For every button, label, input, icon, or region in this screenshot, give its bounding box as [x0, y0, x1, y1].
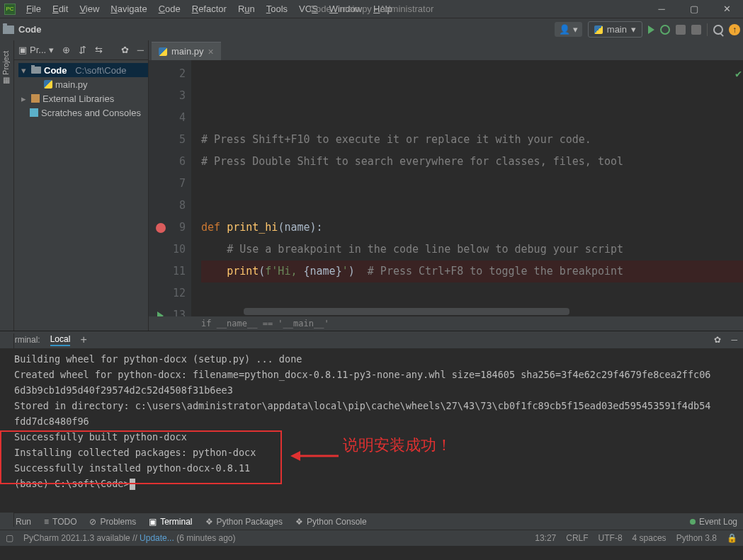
folder-icon: [3, 25, 14, 34]
run-button[interactable]: [648, 25, 654, 34]
settings-icon[interactable]: ✿: [121, 45, 129, 55]
project-view-selector[interactable]: ▣ Pr...▾: [18, 45, 54, 55]
collapse-icon[interactable]: ⇆: [95, 45, 103, 55]
menu-view[interactable]: View: [74, 2, 104, 16]
status-message: PyCharm 2021.1.3 available // Update... …: [23, 533, 236, 543]
user-button[interactable]: 👤▾: [555, 22, 582, 37]
coverage-button[interactable]: [676, 25, 686, 35]
terminal-settings-icon[interactable]: ✿: [714, 335, 721, 345]
debug-button[interactable]: [660, 25, 670, 35]
app-icon: PC: [4, 4, 16, 15]
code-breadcrumb[interactable]: if __name__ == '__main__': [149, 316, 743, 331]
run-config-label: main: [607, 24, 627, 35]
menu-tools[interactable]: Tools: [261, 2, 293, 16]
editor-gutter[interactable]: 234567891011121314: [149, 60, 191, 316]
python-icon: [159, 47, 167, 56]
menu-edit[interactable]: Edit: [47, 2, 73, 16]
window-title: Code - main.py - Administrator: [310, 4, 434, 14]
svg-marker-1: [290, 451, 300, 461]
status-time[interactable]: 13:27: [535, 533, 556, 543]
new-terminal-button[interactable]: +: [80, 333, 86, 346]
project-toolbar: ▣ Pr...▾ ⊕ ⇵ ⇆ ✿ ─: [14, 40, 148, 60]
project-pane: ▣ Pr...▾ ⊕ ⇵ ⇆ ✿ ─ ▾ Code C:\soft\Code m…: [14, 40, 149, 331]
tree-root[interactable]: ▾ Code C:\soft\Code: [18, 63, 148, 77]
tool-python-packages[interactable]: ❖ Python Packages: [205, 517, 283, 527]
annotation-arrow: [290, 446, 340, 467]
tree-file-main[interactable]: main.py: [18, 77, 148, 91]
menu-file[interactable]: File: [21, 2, 46, 16]
run-config-selector[interactable]: main ▾: [588, 21, 642, 38]
menu-navigate[interactable]: Navigate: [106, 2, 152, 16]
python-icon: [594, 25, 603, 34]
close-tab-icon[interactable]: ×: [208, 46, 214, 57]
expand-icon[interactable]: ⇵: [79, 45, 86, 55]
terminal-body[interactable]: 说明安装成功！ Building wheel for python-docx (…: [0, 348, 743, 513]
status-bar: ▢ PyCharm 2021.1.3 available // Update..…: [0, 530, 743, 546]
horizontal-scrollbar[interactable]: [244, 308, 569, 315]
terminal-hide-icon[interactable]: ─: [731, 335, 737, 345]
tool-terminal[interactable]: ▣ Terminal: [149, 517, 192, 527]
left-tool-strip: ▦ Project: [0, 40, 14, 331]
status-encoding[interactable]: UTF-8: [599, 533, 623, 543]
menu-run[interactable]: Run: [233, 2, 260, 16]
code-content[interactable]: # Press Shift+F10 to execute it or repla…: [191, 60, 743, 316]
tab-label: main.py: [171, 46, 204, 57]
stop-button[interactable]: [691, 25, 701, 35]
tool-problems[interactable]: ⊘ Problems: [89, 517, 136, 527]
tool-python-console[interactable]: ❖ Python Console: [295, 517, 367, 527]
inspection-ok-icon: ✔: [735, 63, 742, 85]
status-line-sep[interactable]: CRLF: [566, 533, 588, 543]
project-tool-tab[interactable]: ▦ Project: [1, 51, 11, 84]
status-python[interactable]: Python 3.8: [676, 533, 717, 543]
maximize-button[interactable]: ▢: [678, 0, 710, 18]
tool-todo[interactable]: ≡ TODO: [44, 517, 76, 527]
tree-scratches[interactable]: Scratches and Consoles: [18, 105, 148, 120]
close-button[interactable]: ✕: [710, 0, 743, 18]
update-available-icon[interactable]: ↑: [729, 24, 740, 35]
hide-icon[interactable]: ─: [137, 45, 144, 55]
editor: main.py × 234567891011121314 # Press Shi…: [149, 40, 743, 331]
update-link[interactable]: Update...: [140, 533, 174, 543]
terminal-panel: Terminal: Local + ✿ ─ 说明安装成功！ Building w…: [0, 331, 743, 513]
locate-icon[interactable]: ⊕: [62, 45, 70, 55]
terminal-tab-local[interactable]: Local: [50, 334, 71, 346]
tool-event-log[interactable]: Event Log: [690, 517, 737, 527]
menu-refactor[interactable]: Refactor: [187, 2, 232, 16]
navigation-bar: Code 👤▾ main ▾ ↑: [0, 18, 743, 40]
search-icon[interactable]: [713, 25, 723, 35]
breadcrumb[interactable]: Code: [18, 24, 42, 35]
project-tree[interactable]: ▾ Code C:\soft\Code main.py ▸External Li…: [14, 60, 148, 331]
editor-tabs: main.py ×: [149, 40, 743, 60]
minimize-button[interactable]: ─: [645, 0, 678, 18]
bottom-tool-strip: ▶ Run ≡ TODO ⊘ Problems ▣ Terminal ❖ Pyt…: [0, 513, 743, 530]
tab-main-py[interactable]: main.py ×: [152, 42, 221, 60]
title-bar: PC File Edit View Navigate Code Refactor…: [0, 0, 743, 18]
annotation-text: 说明安装成功！: [343, 438, 452, 453]
tree-external-libs[interactable]: ▸External Libraries: [18, 91, 148, 105]
status-hide-icon[interactable]: ▢: [6, 533, 13, 543]
status-indent[interactable]: 4 spaces: [633, 533, 667, 543]
menu-code[interactable]: Code: [154, 2, 186, 16]
status-lock-icon[interactable]: 🔒: [727, 533, 737, 543]
